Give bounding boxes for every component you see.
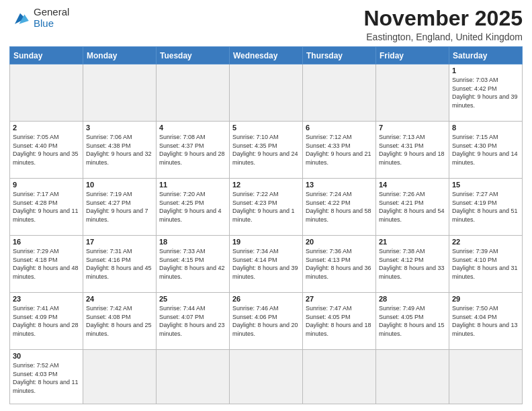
day-number: 21 (379, 238, 446, 246)
day-info: Sunrise: 7:52 AM Sunset: 4:03 PM Dayligh… (13, 361, 80, 395)
day-number: 26 (232, 295, 300, 303)
day-number: 20 (306, 238, 373, 246)
calendar-day-cell: 15Sunrise: 7:27 AM Sunset: 4:19 PM Dayli… (449, 179, 523, 236)
day-info: Sunrise: 7:39 AM Sunset: 4:10 PM Dayligh… (452, 247, 519, 281)
logo-line1: General (34, 7, 69, 18)
weekday-header-wednesday: Wednesday (230, 47, 303, 64)
day-number: 23 (13, 295, 80, 303)
day-info: Sunrise: 7:34 AM Sunset: 4:14 PM Dayligh… (232, 247, 300, 281)
day-info: Sunrise: 7:42 AM Sunset: 4:08 PM Dayligh… (86, 304, 153, 338)
logo-text: General Blue (34, 7, 69, 29)
day-number: 25 (159, 295, 226, 303)
day-info: Sunrise: 7:50 AM Sunset: 4:04 PM Dayligh… (452, 304, 519, 338)
day-info: Sunrise: 7:19 AM Sunset: 4:27 PM Dayligh… (86, 190, 153, 224)
calendar-day-cell (230, 64, 303, 122)
day-number: 24 (86, 295, 153, 303)
calendar-day-cell: 1Sunrise: 7:03 AM Sunset: 4:42 PM Daylig… (449, 64, 523, 122)
calendar-day-cell: 13Sunrise: 7:24 AM Sunset: 4:22 PM Dayli… (303, 179, 376, 236)
logo: General Blue (9, 7, 69, 29)
calendar-day-cell: 20Sunrise: 7:36 AM Sunset: 4:13 PM Dayli… (303, 236, 376, 293)
calendar-day-cell (83, 350, 157, 404)
header-right: November 2025 Eastington, England, Unite… (363, 7, 523, 42)
calendar-day-cell (157, 350, 230, 404)
weekday-header-monday: Monday (83, 47, 157, 64)
calendar-day-cell: 18Sunrise: 7:33 AM Sunset: 4:15 PM Dayli… (157, 236, 230, 293)
location: Eastington, England, United Kingdom (363, 32, 523, 42)
calendar-day-cell: 22Sunrise: 7:39 AM Sunset: 4:10 PM Dayli… (449, 236, 523, 293)
day-number: 28 (379, 295, 446, 303)
calendar-day-cell (449, 350, 523, 404)
day-info: Sunrise: 7:31 AM Sunset: 4:16 PM Dayligh… (86, 247, 153, 281)
calendar-day-cell: 10Sunrise: 7:19 AM Sunset: 4:27 PM Dayli… (83, 179, 157, 236)
header: General Blue November 2025 Eastington, E… (9, 7, 523, 42)
weekday-header-row: SundayMondayTuesdayWednesdayThursdayFrid… (10, 47, 523, 64)
day-number: 1 (452, 66, 519, 75)
calendar-day-cell: 23Sunrise: 7:41 AM Sunset: 4:09 PM Dayli… (10, 293, 83, 350)
month-title: November 2025 (363, 7, 523, 30)
calendar-day-cell: 27Sunrise: 7:47 AM Sunset: 4:05 PM Dayli… (303, 293, 376, 350)
day-number: 18 (159, 238, 226, 246)
day-number: 17 (86, 238, 153, 246)
calendar-week-row: 2Sunrise: 7:05 AM Sunset: 4:40 PM Daylig… (10, 122, 523, 179)
day-info: Sunrise: 7:36 AM Sunset: 4:13 PM Dayligh… (306, 247, 373, 281)
day-number: 3 (86, 124, 153, 132)
day-number: 7 (379, 124, 446, 132)
day-info: Sunrise: 7:15 AM Sunset: 4:30 PM Dayligh… (452, 133, 519, 167)
calendar-day-cell (10, 64, 83, 122)
day-number: 6 (306, 124, 373, 132)
day-number: 30 (13, 352, 80, 360)
day-number: 11 (159, 181, 226, 189)
day-number: 4 (159, 124, 226, 132)
day-number: 9 (13, 181, 80, 189)
calendar-day-cell: 19Sunrise: 7:34 AM Sunset: 4:14 PM Dayli… (230, 236, 303, 293)
calendar-day-cell: 17Sunrise: 7:31 AM Sunset: 4:16 PM Dayli… (83, 236, 157, 293)
calendar-week-row: 16Sunrise: 7:29 AM Sunset: 4:18 PM Dayli… (10, 236, 523, 293)
day-info: Sunrise: 7:29 AM Sunset: 4:18 PM Dayligh… (13, 247, 80, 281)
day-number: 15 (452, 181, 519, 189)
calendar-day-cell: 16Sunrise: 7:29 AM Sunset: 4:18 PM Dayli… (10, 236, 83, 293)
calendar-day-cell: 6Sunrise: 7:12 AM Sunset: 4:33 PM Daylig… (303, 122, 376, 179)
calendar-day-cell (230, 350, 303, 404)
calendar-day-cell: 11Sunrise: 7:20 AM Sunset: 4:25 PM Dayli… (157, 179, 230, 236)
day-info: Sunrise: 7:49 AM Sunset: 4:05 PM Dayligh… (379, 304, 446, 338)
weekday-header-tuesday: Tuesday (157, 47, 230, 64)
calendar-week-row: 30Sunrise: 7:52 AM Sunset: 4:03 PM Dayli… (10, 350, 523, 404)
day-number: 19 (232, 238, 300, 246)
weekday-header-friday: Friday (376, 47, 449, 64)
day-info: Sunrise: 7:03 AM Sunset: 4:42 PM Dayligh… (452, 76, 519, 109)
day-info: Sunrise: 7:17 AM Sunset: 4:28 PM Dayligh… (13, 190, 80, 224)
day-info: Sunrise: 7:26 AM Sunset: 4:21 PM Dayligh… (379, 190, 446, 224)
day-number: 16 (13, 238, 80, 246)
calendar-day-cell: 30Sunrise: 7:52 AM Sunset: 4:03 PM Dayli… (10, 350, 83, 404)
day-info: Sunrise: 7:22 AM Sunset: 4:23 PM Dayligh… (232, 190, 300, 224)
calendar-week-row: 9Sunrise: 7:17 AM Sunset: 4:28 PM Daylig… (10, 179, 523, 236)
calendar-day-cell: 7Sunrise: 7:13 AM Sunset: 4:31 PM Daylig… (376, 122, 449, 179)
calendar-day-cell: 26Sunrise: 7:46 AM Sunset: 4:06 PM Dayli… (230, 293, 303, 350)
calendar-day-cell (83, 64, 157, 122)
day-number: 13 (306, 181, 373, 189)
calendar-day-cell: 4Sunrise: 7:08 AM Sunset: 4:37 PM Daylig… (157, 122, 230, 179)
day-info: Sunrise: 7:33 AM Sunset: 4:15 PM Dayligh… (159, 247, 226, 281)
day-info: Sunrise: 7:24 AM Sunset: 4:22 PM Dayligh… (306, 190, 373, 224)
calendar-day-cell: 2Sunrise: 7:05 AM Sunset: 4:40 PM Daylig… (10, 122, 83, 179)
calendar-day-cell (303, 64, 376, 122)
weekday-header-sunday: Sunday (10, 47, 83, 64)
day-number: 12 (232, 181, 300, 189)
day-info: Sunrise: 7:06 AM Sunset: 4:38 PM Dayligh… (86, 133, 153, 167)
calendar-day-cell (376, 350, 449, 404)
calendar-day-cell: 29Sunrise: 7:50 AM Sunset: 4:04 PM Dayli… (449, 293, 523, 350)
calendar-table: SundayMondayTuesdayWednesdayThursdayFrid… (9, 46, 523, 404)
weekday-header-thursday: Thursday (303, 47, 376, 64)
day-info: Sunrise: 7:08 AM Sunset: 4:37 PM Dayligh… (159, 133, 226, 167)
calendar-day-cell: 8Sunrise: 7:15 AM Sunset: 4:30 PM Daylig… (449, 122, 523, 179)
day-number: 14 (379, 181, 446, 189)
calendar-day-cell: 3Sunrise: 7:06 AM Sunset: 4:38 PM Daylig… (83, 122, 157, 179)
generalblue-logo-icon (9, 9, 31, 28)
day-info: Sunrise: 7:13 AM Sunset: 4:31 PM Dayligh… (379, 133, 446, 167)
day-number: 29 (452, 295, 519, 303)
day-number: 8 (452, 124, 519, 132)
calendar-day-cell: 9Sunrise: 7:17 AM Sunset: 4:28 PM Daylig… (10, 179, 83, 236)
day-info: Sunrise: 7:38 AM Sunset: 4:12 PM Dayligh… (379, 247, 446, 281)
calendar-day-cell: 14Sunrise: 7:26 AM Sunset: 4:21 PM Dayli… (376, 179, 449, 236)
day-info: Sunrise: 7:44 AM Sunset: 4:07 PM Dayligh… (159, 304, 226, 338)
